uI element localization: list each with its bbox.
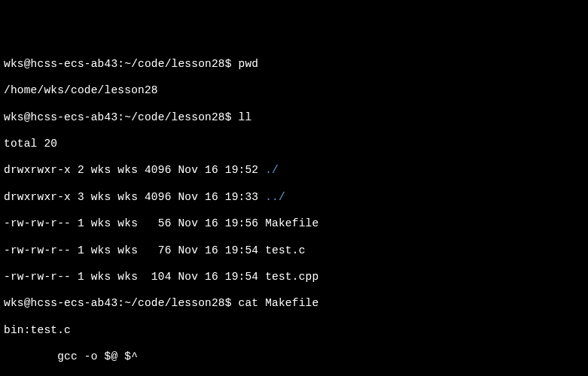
terminal-output: drwxrwxr-x 2 wks wks 4096 Nov 16 19:52 .… xyxy=(4,164,584,177)
terminal-output: /home/wks/code/lesson28 xyxy=(4,84,584,98)
terminal-output: total 20 xyxy=(4,138,584,151)
command-text: ll xyxy=(239,111,252,123)
terminal-output: bin:test.c xyxy=(4,324,584,338)
prompt: wks@hcss-ecs-ab43:~/code/lesson28$ xyxy=(4,111,239,123)
file-perms: drwxrwxr-x 3 wks wks 4096 Nov 16 19:33 xyxy=(4,191,265,203)
terminal-output: -rw-rw-r-- 1 wks wks 76 Nov 16 19:54 tes… xyxy=(4,244,584,258)
terminal-output: drwxrwxr-x 3 wks wks 4096 Nov 16 19:33 .… xyxy=(4,191,584,205)
directory-link: ./ xyxy=(265,164,279,176)
prompt: wks@hcss-ecs-ab43:~/code/lesson28$ xyxy=(4,297,239,309)
directory-link: ../ xyxy=(265,191,285,203)
command-text: cat Makefile xyxy=(239,297,319,309)
prompt: wks@hcss-ecs-ab43:~/code/lesson28$ xyxy=(4,58,239,70)
file-perms: drwxrwxr-x 2 wks wks 4096 Nov 16 19:52 xyxy=(4,164,265,176)
terminal-line: wks@hcss-ecs-ab43:~/code/lesson28$ ll xyxy=(4,111,584,125)
terminal-line: wks@hcss-ecs-ab43:~/code/lesson28$ pwd xyxy=(4,58,584,71)
terminal-output: -rw-rw-r-- 1 wks wks 104 Nov 16 19:54 te… xyxy=(4,271,584,284)
command-text: pwd xyxy=(239,58,259,70)
terminal-line: wks@hcss-ecs-ab43:~/code/lesson28$ cat M… xyxy=(4,297,584,311)
terminal-output: -rw-rw-r-- 1 wks wks 56 Nov 16 19:56 Mak… xyxy=(4,217,584,231)
terminal-output: gcc -o $@ $^ xyxy=(4,350,584,364)
